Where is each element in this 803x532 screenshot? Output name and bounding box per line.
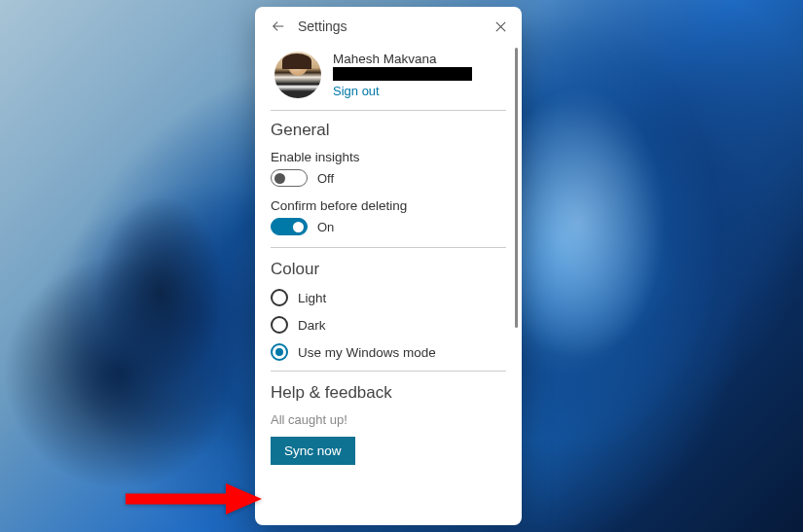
confirm-delete-toggle[interactable]	[271, 218, 308, 235]
scrollbar[interactable]	[515, 48, 518, 328]
header-left: Settings	[271, 18, 347, 34]
radio-option-windows[interactable]: Use my Windows mode	[271, 343, 506, 361]
radio-option-light[interactable]: Light	[271, 289, 506, 306]
profile-email-redacted	[333, 67, 472, 81]
close-icon[interactable]	[494, 19, 508, 33]
sign-out-link[interactable]: Sign out	[333, 84, 472, 98]
profile-name: Mahesh Makvana	[333, 52, 472, 66]
radio-icon	[271, 343, 288, 361]
radio-option-dark[interactable]: Dark	[271, 316, 506, 334]
toggle-row: On	[271, 218, 506, 235]
enable-insights-toggle[interactable]	[271, 169, 308, 187]
profile-info: Mahesh Makvana Sign out	[333, 52, 472, 98]
panel-title: Settings	[298, 18, 347, 34]
panel-header: Settings	[271, 18, 522, 34]
profile-section: Mahesh Makvana Sign out	[271, 48, 506, 111]
sync-now-button[interactable]: Sync now	[271, 437, 355, 465]
confirm-delete-state: On	[317, 220, 334, 234]
settings-panel: Settings Mahesh Makvana Sign out General…	[255, 7, 522, 525]
enable-insights-state: Off	[317, 171, 334, 186]
radio-icon	[271, 316, 288, 334]
section-title-general: General	[271, 121, 506, 140]
section-title-help: Help & feedback	[271, 383, 506, 403]
setting-enable-insights: Enable insights Off	[271, 150, 506, 187]
radio-label-light: Light	[298, 291, 326, 305]
section-title-colour: Colour	[271, 260, 506, 279]
divider	[271, 371, 506, 372]
radio-label-windows: Use my Windows mode	[298, 345, 436, 360]
content-area: Mahesh Makvana Sign out General Enable i…	[271, 48, 522, 465]
back-arrow-icon[interactable]	[271, 18, 286, 34]
confirm-delete-label: Confirm before deleting	[271, 198, 506, 213]
radio-icon	[271, 289, 288, 306]
radio-label-dark: Dark	[298, 318, 326, 333]
divider	[271, 247, 506, 248]
toggle-row: Off	[271, 169, 506, 187]
enable-insights-label: Enable insights	[271, 150, 506, 164]
avatar	[274, 52, 321, 98]
sync-status: All caught up!	[271, 412, 506, 427]
setting-confirm-delete: Confirm before deleting On	[271, 198, 506, 235]
